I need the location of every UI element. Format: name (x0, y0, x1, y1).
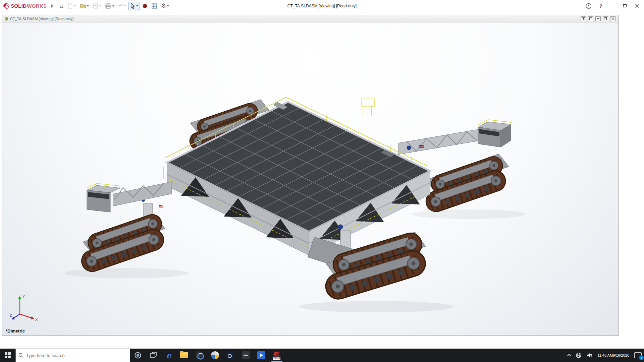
save-button[interactable] (91, 2, 103, 10)
main-toolbar: ⌂ ↶ (58, 2, 171, 10)
solidworks-app-window: SOLID WORKS ⌂ (0, 0, 644, 362)
graphics-viewport[interactable]: Y X Z *Dimetric (2, 22, 618, 336)
tray-expand-button[interactable] (566, 349, 573, 362)
doc-minimize-button[interactable] (595, 16, 601, 21)
minimize-icon (611, 6, 615, 6)
pane-toggle-button[interactable] (581, 16, 586, 21)
photos-icon (211, 351, 219, 359)
solidworks-taskbar-button[interactable]: 2020 (269, 349, 284, 362)
account-icon (586, 3, 592, 9)
windows-logo-icon (5, 352, 11, 358)
axis-z-label: Z (10, 313, 12, 317)
maximize-button[interactable] (620, 2, 630, 10)
media-player-icon (257, 351, 265, 359)
photos-button[interactable] (207, 349, 223, 362)
solidworks-icon (273, 351, 280, 356)
print-button[interactable] (104, 2, 116, 10)
minimize-icon (597, 18, 599, 19)
task-view-icon (150, 352, 157, 359)
cortana-button[interactable] (130, 349, 146, 362)
new-document-button[interactable] (66, 2, 77, 10)
document-title: CT_TA.SLDASM [Viewing] [Read-only] (10, 17, 73, 21)
solidworks-year-label: 2020 (273, 357, 280, 360)
ds-logo-icon (3, 3, 9, 9)
select-cursor-icon (130, 3, 135, 9)
media-player-button[interactable] (254, 349, 269, 362)
document-window-controls (581, 16, 617, 21)
doc-close-button[interactable] (610, 16, 615, 21)
home-button[interactable]: ⌂ (58, 2, 65, 10)
brand-text-solid: SOLID (11, 3, 26, 9)
dropdown-caret-icon (74, 5, 76, 7)
document-window: CT_TA.SLDASM [Viewing] [Read-only] (2, 15, 619, 336)
axis-y-label: Y (22, 295, 25, 299)
edge-button[interactable]: e (161, 349, 176, 362)
dropdown-caret-icon (136, 5, 138, 7)
app-button[interactable] (238, 349, 254, 362)
dropdown-caret-icon (167, 5, 169, 7)
system-tray: 11:46 AM 9/16/2020 3 (566, 349, 644, 362)
steam-button[interactable] (223, 349, 238, 362)
task-view-button[interactable] (146, 349, 161, 362)
file-explorer-button[interactable] (176, 349, 192, 362)
titlebar-right: ? (584, 2, 644, 10)
minimize-button[interactable] (608, 2, 618, 10)
close-icon (635, 4, 639, 8)
clock-date: 9/16/2020 (613, 353, 629, 358)
save-icon (93, 3, 98, 9)
axis-x-label: X (35, 317, 38, 321)
track-assembly-front-left (79, 203, 166, 274)
network-button[interactable] (573, 349, 584, 362)
pane-icon (589, 17, 592, 20)
orientation-triad[interactable]: Y X Z (10, 293, 40, 322)
crawler-transporter-model[interactable] (2, 22, 618, 336)
dropdown-caret-icon (99, 5, 101, 7)
volume-icon (586, 352, 592, 358)
us-flag-decal-2 (159, 205, 163, 207)
network-globe-icon (576, 352, 582, 358)
search-input[interactable] (26, 353, 127, 358)
table-button[interactable] (150, 2, 159, 10)
start-button[interactable] (0, 349, 15, 362)
maximize-icon (623, 4, 627, 7)
titlebar: SOLID WORKS ⌂ (0, 0, 644, 12)
notification-badge: 3 (639, 355, 644, 360)
search-icon (18, 353, 23, 358)
cortana-icon (134, 352, 142, 359)
account-button[interactable] (584, 2, 594, 10)
gear-icon: ⚙ (161, 3, 166, 9)
pane-toggle-button-2[interactable] (588, 16, 593, 21)
help-button[interactable]: ? (596, 2, 606, 10)
app-icon (242, 351, 250, 359)
document-titlebar: CT_TA.SLDASM [Viewing] [Read-only] (2, 15, 618, 22)
volume-button[interactable] (584, 349, 595, 362)
table-icon (152, 3, 157, 9)
record-button[interactable] (141, 2, 149, 10)
toolbar-flyout-arrow-icon[interactable] (51, 4, 53, 8)
close-button[interactable] (632, 2, 642, 10)
window-title: CT_TA.SLDASM [Viewing] [Read-only] (287, 4, 357, 8)
select-tool-button[interactable] (128, 2, 140, 10)
taskbar-search[interactable] (15, 349, 130, 362)
brand-text-works: WORKS (27, 3, 47, 9)
dropdown-caret-icon (87, 5, 89, 7)
taskbar-clock[interactable]: 11:46 AM 9/16/2020 (595, 349, 632, 362)
steam-icon (226, 351, 234, 359)
front-arm-and-cab (87, 182, 172, 212)
notification-button[interactable]: 3 (632, 349, 644, 362)
pane-icon (582, 17, 585, 20)
chevron-up-icon (567, 354, 571, 358)
browser-icon (196, 351, 204, 359)
options-button[interactable]: ⚙ (159, 2, 171, 10)
view-orientation-label: *Dimetric (6, 328, 25, 334)
doc-restore-button[interactable] (603, 16, 608, 21)
help-icon: ? (599, 3, 602, 9)
action-center-icon: 3 (634, 352, 642, 358)
windows-taskbar: e 2020 (0, 349, 644, 362)
browser-button[interactable] (192, 349, 207, 362)
clock-time: 11:46 AM (597, 353, 613, 358)
record-icon (142, 3, 148, 9)
undo-button[interactable]: ↶ (117, 2, 128, 10)
assembly-doc-icon (4, 16, 9, 21)
open-button[interactable] (78, 2, 91, 10)
